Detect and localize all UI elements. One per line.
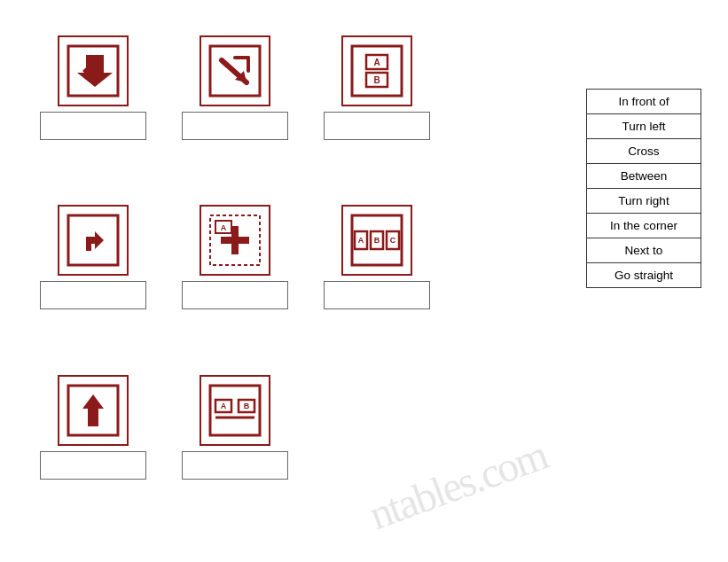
turn-left-label[interactable]	[40, 112, 146, 140]
svg-text:A: A	[221, 402, 227, 410]
cell-turn-right	[35, 205, 151, 365]
svg-rect-7	[352, 46, 402, 96]
cell-cross: A	[177, 205, 293, 365]
cell-in-front-of: A B	[319, 35, 434, 196]
in-front-of-icon-box: A B	[341, 35, 412, 106]
between-label[interactable]	[324, 281, 430, 309]
in-front-of-icon: A B	[350, 44, 403, 98]
between-icon-box: A B C	[341, 205, 412, 276]
svg-rect-17	[221, 237, 249, 244]
turn-left-icon-box	[58, 35, 129, 106]
turn-left-icon	[67, 44, 120, 98]
word-item-in-front-of[interactable]: In front of	[587, 90, 701, 114]
cross-icon: A	[208, 214, 262, 267]
word-list: In front of Turn left Cross Between Turn…	[586, 89, 701, 288]
turn-right-label[interactable]	[40, 281, 146, 309]
cross-icon-box: A	[200, 205, 270, 276]
grid-area: A B	[35, 35, 568, 535]
svg-rect-26	[210, 386, 260, 435]
word-item-between[interactable]: Between	[587, 164, 701, 189]
turn-right-icon-box	[58, 205, 129, 276]
diagonal-arrow-icon	[208, 44, 262, 98]
word-item-turn-left[interactable]: Turn left	[587, 114, 701, 139]
svg-text:B: B	[373, 75, 380, 85]
svg-text:C: C	[390, 236, 396, 245]
next-to-label[interactable]	[182, 451, 288, 480]
next-to-icon-box: A B	[200, 375, 270, 446]
cell-next-to: A B	[177, 375, 293, 535]
cell-go-straight	[35, 375, 151, 535]
svg-text:A: A	[373, 58, 380, 67]
cell-diagonal	[177, 35, 293, 196]
svg-text:B: B	[374, 236, 380, 245]
turn-right-icon	[67, 214, 120, 267]
svg-text:A: A	[358, 236, 364, 245]
word-item-in-the-corner[interactable]: In the corner	[587, 214, 701, 238]
go-straight-icon-box	[58, 375, 129, 446]
between-icon: A B C	[350, 214, 403, 267]
in-front-of-label[interactable]	[324, 112, 430, 140]
go-straight-icon	[67, 384, 120, 437]
main-container: A B	[0, 0, 728, 562]
diagonal-arrow-icon-box	[200, 35, 270, 106]
next-to-icon: A B	[208, 384, 262, 437]
word-item-cross[interactable]: Cross	[587, 139, 701, 164]
cell-between: A B C	[319, 205, 434, 365]
cell-turn-left	[35, 35, 151, 196]
svg-text:B: B	[244, 402, 250, 410]
word-item-go-straight[interactable]: Go straight	[587, 263, 701, 287]
word-item-next-to[interactable]: Next to	[587, 238, 701, 263]
word-item-turn-right[interactable]: Turn right	[587, 189, 701, 214]
cross-label[interactable]	[182, 281, 288, 309]
diagonal-label[interactable]	[182, 112, 288, 140]
go-straight-label[interactable]	[40, 451, 146, 480]
svg-text:A: A	[221, 223, 227, 232]
